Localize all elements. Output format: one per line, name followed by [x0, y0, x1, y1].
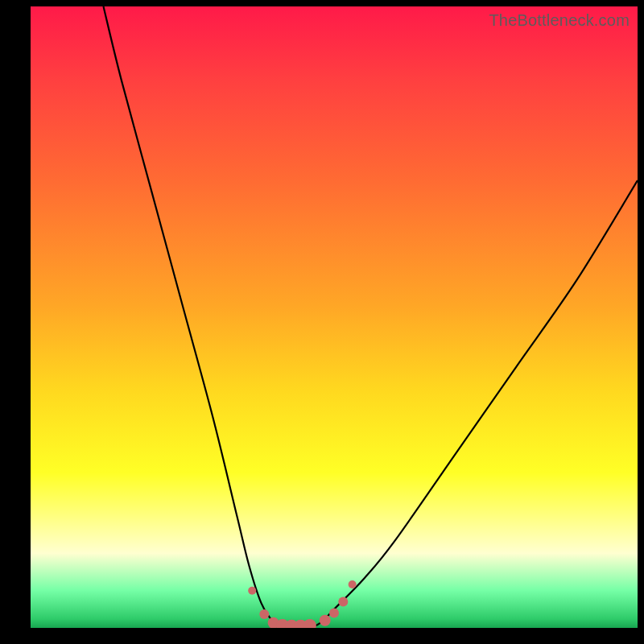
- highlight-dot: [329, 608, 339, 617]
- chart-frame: TheBottleneck.com: [0, 0, 644, 644]
- highlight-dot: [320, 615, 331, 626]
- highlight-dot: [303, 619, 316, 628]
- highlight-dots-group: [248, 580, 356, 628]
- highlight-dot: [259, 609, 269, 619]
- highlight-dot: [349, 580, 357, 588]
- highlight-dot: [338, 597, 348, 607]
- bottleneck-curve-path: [103, 6, 638, 628]
- chart-plot-area: TheBottleneck.com: [31, 6, 638, 628]
- chart-svg: [31, 6, 638, 628]
- highlight-dot: [248, 587, 256, 595]
